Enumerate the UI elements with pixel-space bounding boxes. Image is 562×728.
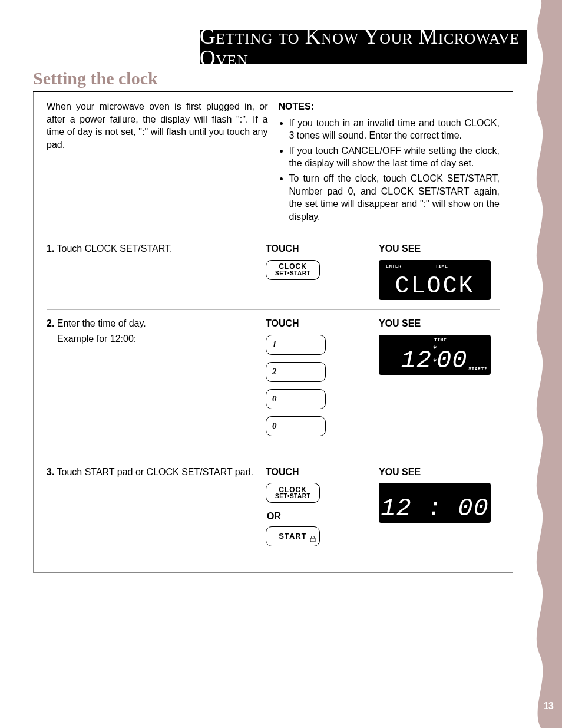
intro-columns: When your microwave oven is first plugge…: [47, 100, 500, 225]
yousee-label: YOU SEE: [379, 242, 500, 255]
note-item: To turn off the clock, touch CLOCK SET/S…: [289, 172, 500, 223]
or-label: OR: [267, 510, 372, 523]
touch-label: TOUCH: [266, 242, 372, 255]
clock-set-start-pad: CLOCK SET•START: [266, 483, 320, 503]
manual-page: 13 Getting to Know Your Microwave Oven S…: [0, 0, 562, 728]
touch-column: TOUCH 1 2 0 0: [266, 317, 372, 443]
step-text: Touch CLOCK SET/START.: [57, 243, 173, 253]
screen-time-text: TIME: [434, 337, 447, 344]
intro-right: NOTES: If you touch in an invalid time a…: [279, 100, 500, 225]
step-number: 1.: [47, 243, 54, 253]
yousee-label: YOU SEE: [379, 466, 500, 479]
screen-time-text: TIME: [435, 263, 448, 270]
lock-icon: [310, 536, 316, 544]
screen-time-value: 12 : 00: [379, 492, 491, 526]
touch-column: TOUCH CLOCK SET•START: [266, 242, 372, 300]
chapter-title-bar: Getting to Know Your Microwave Oven: [200, 30, 527, 64]
pad-label-line2: SET•START: [275, 271, 310, 277]
note-item: If you touch CANCEL/OFF while setting th…: [289, 144, 500, 170]
intro-text: When your microwave oven is first plugge…: [47, 100, 268, 151]
section-title: Setting the clock: [33, 68, 158, 88]
notes-list: If you touch in an invalid time and touc…: [279, 117, 500, 223]
step-3: 3. Touch START pad or CLOCK SET/START pa…: [47, 466, 500, 554]
step-text: Touch START pad or CLOCK SET/START pad.: [57, 467, 253, 477]
yousee-column: YOU SEE TIME 12 ✱ ✱ 00 START?: [379, 317, 500, 443]
display-screen-1: ENTER TIME CLOCK: [379, 260, 491, 300]
pad-label-line2: SET•START: [275, 493, 310, 500]
step-instruction: 3. Touch START pad or CLOCK SET/START pa…: [47, 466, 259, 554]
step-number: 3.: [47, 467, 54, 477]
screen-start-prompt: START?: [468, 366, 487, 373]
notes-label: NOTES:: [279, 101, 314, 111]
clock-set-start-pad: CLOCK SET•START: [266, 260, 320, 280]
separator: [47, 235, 500, 235]
touch-label: TOUCH: [266, 466, 372, 479]
step-text: Enter the time of day.: [57, 318, 146, 328]
content-box: When your microwave oven is first plugge…: [33, 92, 513, 573]
yousee-column: YOU SEE ENTER TIME CLOCK: [379, 242, 500, 300]
separator: [47, 453, 500, 459]
screen-hours: 12: [384, 344, 432, 378]
start-pad: START: [266, 526, 320, 546]
pad-label: START: [279, 532, 306, 541]
screen-minutes: 00: [437, 344, 478, 378]
intro-left: When your microwave oven is first plugge…: [47, 100, 268, 225]
number-pad-0: 0: [266, 416, 326, 436]
number-pad-0: 0: [266, 389, 326, 409]
step-instruction: 1. Touch CLOCK SET/START.: [47, 242, 259, 300]
display-screen-2: TIME 12 ✱ ✱ 00 START?: [379, 335, 491, 375]
yousee-label: YOU SEE: [379, 317, 500, 330]
separator: [47, 309, 500, 310]
screen-enter-text: ENTER: [386, 263, 402, 270]
step-example: Example for 12:00:: [57, 332, 259, 345]
right-margin-decoration: 13: [527, 0, 562, 728]
page-number: 13: [543, 701, 554, 711]
touch-label: TOUCH: [266, 317, 372, 330]
number-pad-2: 2: [266, 362, 326, 382]
screen-seg-text: CLOCK: [379, 271, 491, 302]
step-instruction: 2. Enter the time of day. Example for 12…: [47, 317, 259, 443]
step-2: 2. Enter the time of day. Example for 12…: [47, 317, 500, 443]
step-number: 2.: [47, 318, 54, 328]
yousee-column: YOU SEE 12 : 00: [379, 466, 500, 554]
chapter-title: Getting to Know Your Microwave Oven: [200, 25, 527, 69]
display-screen-3: 12 : 00: [379, 483, 491, 523]
touch-column: TOUCH CLOCK SET•START OR START: [266, 466, 372, 554]
number-pad-1: 1: [266, 335, 326, 355]
step-1: 1. Touch CLOCK SET/START. TOUCH CLOCK SE…: [47, 242, 500, 300]
note-item: If you touch in an invalid time and touc…: [289, 117, 500, 142]
